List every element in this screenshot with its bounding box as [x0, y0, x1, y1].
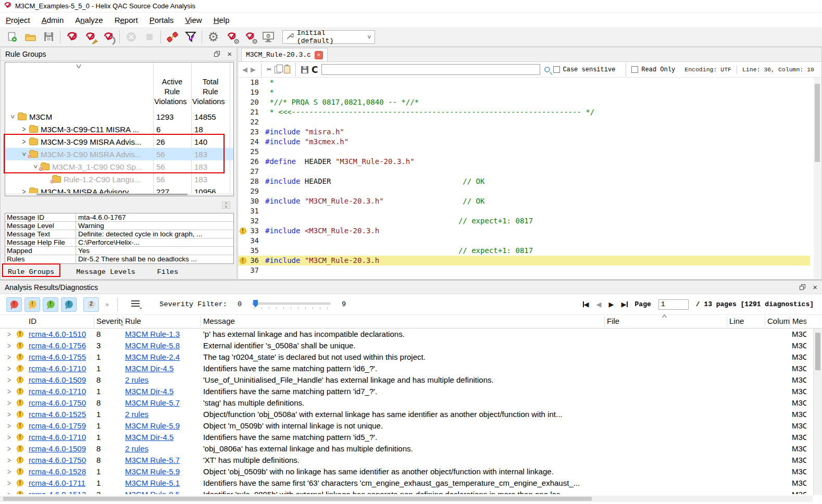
table-row[interactable]: >!rcma-4.6.0-15281M3CM Rule-5.9Object 'o…: [0, 466, 813, 477]
tree-expander-icon[interactable]: >: [32, 162, 39, 171]
analyze-file-icon[interactable]: [99, 29, 117, 45]
table-row[interactable]: >!rcma-4.6.0-17101M3CM Dir-4.5Identifier…: [0, 386, 813, 397]
code-line[interactable]: 24#include "m3cmex.h": [238, 137, 810, 147]
tree-expander-icon[interactable]: >: [20, 125, 28, 134]
diagnostic-id-link[interactable]: rcma-4.6.0-1710: [29, 363, 94, 374]
table-row[interactable]: >!rcma-4.6.0-150982 rules'obj_0806a' has…: [0, 443, 813, 455]
table-row[interactable]: >!rcma-4.6.0-17101M3CM Dir-4.5Identifier…: [0, 363, 813, 374]
analysis-settings-icon[interactable]: ⚙: [222, 29, 241, 45]
menu-item-report[interactable]: Report: [109, 14, 144, 26]
menu-item-project[interactable]: Project: [0, 14, 36, 26]
rule-link[interactable]: M3CM Rule-1.3: [125, 329, 198, 340]
code-line[interactable]: 18 *: [238, 78, 810, 87]
last-page-icon[interactable]: ▶: [621, 300, 628, 308]
diagnostic-id-link[interactable]: rcma-4.6.0-1756: [29, 340, 94, 351]
rule-link[interactable]: 2 rules: [125, 374, 198, 386]
severity-slider[interactable]: [252, 299, 330, 310]
column-header-total-rule-violations[interactable]: TotalRuleViolations: [192, 77, 229, 108]
tree-expander-icon[interactable]: >: [20, 137, 28, 146]
severity-high-filter[interactable]: !: [6, 297, 22, 312]
menu-item-help[interactable]: Help: [208, 14, 235, 26]
code-line[interactable]: 20 *//* PRQA S 0817,0821,0840 -- *//*: [238, 97, 810, 107]
diagnostic-id-link[interactable]: rcma-4.6.0-1710: [29, 386, 94, 397]
row-expander-icon[interactable]: >: [7, 489, 11, 494]
level2-filter[interactable]: 2: [83, 297, 99, 312]
tree-row[interactable]: Rule-1.2-C90 Langu...56183: [5, 173, 233, 185]
menu-item-analyze[interactable]: Analyze: [69, 14, 108, 26]
rule-link[interactable]: M3CM Rule-5.7: [125, 455, 198, 466]
tree-row[interactable]: >M3CM-3-C99-C11 MISRA ...618: [5, 123, 233, 135]
code-line[interactable]: 22: [238, 117, 810, 127]
rule-link[interactable]: 2 rules: [125, 409, 198, 420]
slider-handle[interactable]: [253, 300, 258, 308]
sort-indicator-icon[interactable]: v: [76, 62, 81, 70]
table-row[interactable]: >!rcma-4.6.0-15133M3CM Rule-8.5Identifie…: [0, 489, 813, 494]
code-line[interactable]: 37: [238, 266, 810, 275]
table-row[interactable]: >!rcma-4.6.0-17591M3CM Rule-5.9Object 'm…: [0, 420, 813, 432]
diagnostic-id-link[interactable]: rcma-4.6.0-1509: [29, 374, 94, 386]
column-header-id[interactable]: ID: [29, 317, 91, 325]
code-line[interactable]: 25: [238, 147, 810, 157]
column-header-file[interactable]: File: [607, 317, 721, 325]
save-project-icon[interactable]: [40, 29, 58, 45]
diagnostic-id-link[interactable]: rcma-4.6.0-1528: [29, 466, 94, 477]
float-panel-icon[interactable]: [800, 284, 805, 290]
close-panel-icon[interactable]: ×: [813, 283, 817, 291]
table-row[interactable]: >!rcma-4.6.0-17111M3CM Rule-5.1Identifie…: [0, 477, 813, 489]
rule-link[interactable]: M3CM Dir-4.5: [125, 432, 198, 443]
read-only-checkbox[interactable]: [631, 66, 638, 73]
column-header-severity[interactable]: Severity: [96, 317, 122, 325]
case-sensitive-checkbox[interactable]: [553, 66, 560, 73]
tree-horizontal-scrollbar[interactable]: [5, 193, 233, 196]
cut-icon[interactable]: ✂: [267, 65, 271, 74]
panel-tab-rule-groups[interactable]: Rule Groups: [4, 266, 58, 278]
analyze-icon[interactable]: [63, 29, 81, 45]
code-line[interactable]: 21 * <<<--------------------------------…: [238, 107, 810, 117]
project-settings-icon[interactable]: ⚙: [204, 29, 222, 45]
search-input[interactable]: [321, 64, 540, 75]
code-line[interactable]: 19 *: [238, 87, 810, 97]
collapse-panel-button[interactable]: ˄v: [222, 201, 230, 209]
tree-row[interactable]: >M3CM-3-C99 MISRA Advis...26140: [5, 135, 233, 148]
configuration-dropdown[interactable]: Initial (default) v: [282, 30, 375, 44]
tree-expander-icon[interactable]: >: [20, 150, 28, 158]
previous-page-icon[interactable]: ◀: [596, 300, 602, 308]
diagnostic-id-link[interactable]: rcma-4.6.0-1510: [29, 329, 94, 340]
menu-item-portals[interactable]: Portals: [144, 14, 180, 26]
table-row[interactable]: >!rcma-4.6.0-17551M3CM Rule-2.4The tag '…: [0, 351, 813, 363]
table-row[interactable]: >!rcma-4.6.0-17563M3CM Rule-5.8External …: [0, 340, 813, 351]
view-menu-icon[interactable]: v: [130, 299, 142, 310]
diagnostic-id-link[interactable]: rcma-4.6.0-1755: [29, 351, 94, 363]
search-icon[interactable]: [544, 67, 550, 72]
rule-link[interactable]: M3CM Dir-4.5: [125, 363, 198, 374]
column-header-active-rule-violations[interactable]: ActiveRuleViolations: [154, 77, 190, 108]
table-row[interactable]: >!rcma-4.6.0-17508M3CM Rule-5.7'XT' has …: [0, 455, 813, 466]
dependencies-icon[interactable]: [163, 29, 181, 45]
code-line[interactable]: 31: [238, 206, 810, 216]
table-row[interactable]: >!rcma-4.6.0-17508M3CM Rule-5.7'stag' ha…: [0, 397, 813, 409]
table-row[interactable]: >!rcma-4.6.0-152512 rulesObject/function…: [0, 409, 813, 420]
copy-icon[interactable]: [275, 66, 281, 73]
tree-row[interactable]: >M3CM129314855: [5, 110, 233, 123]
float-panel-icon[interactable]: [214, 51, 220, 57]
close-panel-icon[interactable]: ×: [227, 50, 232, 58]
code-line[interactable]: !36#include "M3CM_Rule-20.3.h: [238, 256, 810, 266]
results-horizontal-scrollbar[interactable]: [0, 496, 813, 502]
tree-expander-icon[interactable]: >: [9, 112, 16, 121]
column-header-message[interactable]: Message: [203, 317, 599, 325]
results-vertical-scrollbar[interactable]: [813, 329, 822, 495]
diagnostic-id-link[interactable]: rcma-4.6.0-1525: [29, 409, 94, 420]
code-line[interactable]: !33#include <M3CM_Rule-20.3.h: [238, 226, 810, 236]
menu-item-admin[interactable]: Admin: [36, 14, 70, 26]
code-line[interactable]: 35 // expect+1: 0817: [238, 246, 810, 256]
rule-link[interactable]: M3CM Rule-5.1: [125, 477, 198, 489]
paste-icon[interactable]: [284, 66, 290, 73]
diagnostic-id-link[interactable]: rcma-4.6.0-1509: [29, 443, 94, 455]
stop-icon[interactable]: [122, 29, 140, 45]
table-row[interactable]: >!rcma-4.6.0-17101M3CM Dir-4.5Identifier…: [0, 432, 813, 443]
code-line[interactable]: 26#define HEADER "M3CM_Rule-20.3.h": [238, 157, 810, 167]
next-page-icon[interactable]: ▶: [609, 300, 614, 308]
more-filters-icon[interactable]: »: [105, 301, 109, 308]
table-row[interactable]: >!rcma-4.6.0-150982 rules'Use_of_Uniniti…: [0, 374, 813, 386]
navigate-back-icon[interactable]: ◀: [242, 66, 247, 73]
